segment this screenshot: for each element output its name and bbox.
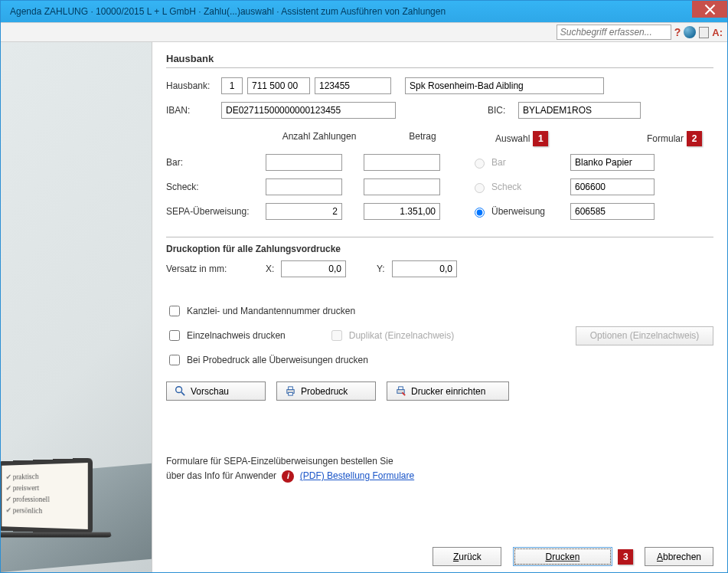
cancel-button[interactable]: Abbrechen <box>645 547 713 566</box>
row-sepa-label: SEPA-Überweisung: <box>166 206 266 217</box>
chk-probedruck-alle-label: Bei Probedruck alle Überweisungen drucke… <box>187 355 368 365</box>
bar-betrag-field[interactable] <box>364 154 440 171</box>
titlebar: Agenda ZAHLUNG · 10000/2015 L + L GmbH ·… <box>1 1 727 22</box>
close-icon <box>704 4 716 15</box>
svg-rect-3 <box>289 387 293 390</box>
badge-1: 1 <box>533 131 548 146</box>
probedruck-button[interactable]: Probedruck <box>276 381 376 401</box>
app-window: Agenda ZAHLUNG · 10000/2015 L + L GmbH ·… <box>0 0 728 573</box>
radio-scheck: Scheck <box>471 181 570 193</box>
order-info: Formulare für SEPA-Einzelüberweisungen b… <box>166 454 713 483</box>
svg-line-1 <box>181 392 184 395</box>
laptop-image: praktisch preiswert professionell persön… <box>1 460 112 542</box>
versatz-x-field[interactable] <box>281 260 346 277</box>
toolbar: ? A: <box>1 22 727 42</box>
print-button[interactable]: Drucken <box>513 547 612 566</box>
info-icon: i <box>282 470 294 483</box>
radio-ueberweisung-input[interactable] <box>475 208 485 218</box>
drucker-einrichten-button[interactable]: Drucker einrichten <box>387 381 509 401</box>
scheck-betrag-field[interactable] <box>364 178 440 195</box>
bar-anzahl-field[interactable] <box>266 154 342 171</box>
chk-probedruck-alle[interactable] <box>169 355 180 365</box>
badge-3: 3 <box>618 549 633 565</box>
badge-2: 2 <box>687 131 702 146</box>
sepa-betrag-field[interactable] <box>364 203 440 220</box>
bic-label: BIC: <box>488 105 518 116</box>
versatz-label: Versatz in mm: <box>166 264 266 274</box>
col-anzahl: Anzahl Zahlungen <box>266 131 373 146</box>
chk-duplikat-label: Duplikat (Einzelnachweis) <box>349 330 454 341</box>
svg-rect-4 <box>289 392 293 395</box>
chk-kanzlei[interactable] <box>169 306 180 316</box>
svg-point-0 <box>176 387 182 393</box>
x-label: X: <box>266 264 281 274</box>
radio-ueberweisung[interactable]: Überweisung <box>471 205 570 218</box>
iban-field <box>221 102 396 119</box>
vorschau-button[interactable]: Vorschau <box>166 381 266 401</box>
hausbank-konto-field[interactable] <box>315 77 391 94</box>
body: praktisch preiswert professionell persön… <box>1 42 727 572</box>
globe-icon[interactable] <box>684 26 696 38</box>
formular-bar-field[interactable] <box>570 154 655 171</box>
window-title: Agenda ZAHLUNG · 10000/2015 L + L GmbH ·… <box>10 6 446 17</box>
optionen-button: Optionen (Einzelnachweis) <box>576 326 713 345</box>
printer-settings-icon <box>395 385 406 397</box>
col-formular: Formular 2 <box>595 131 702 146</box>
svg-rect-6 <box>399 387 403 390</box>
formular-sepa-field[interactable] <box>570 203 655 220</box>
main-panel: Hausbank Hausbank: IBAN: BIC: <box>152 42 727 572</box>
scheck-anzahl-field[interactable] <box>266 178 342 195</box>
y-label: Y: <box>377 264 392 274</box>
magnifier-icon <box>175 385 186 397</box>
radio-bar-input <box>475 159 485 169</box>
chk-duplikat <box>331 330 342 341</box>
section-hausbank-title: Hausbank <box>166 53 713 68</box>
search-input[interactable] <box>557 25 671 40</box>
chk-einzelnachweis[interactable] <box>169 330 180 341</box>
printer-icon <box>285 385 296 397</box>
section-druckoption-title: Druckoption für alle Zahlungsvordrucke <box>166 244 713 254</box>
chk-einzelnachweis-label: Einzelnachweis drucken <box>187 330 286 341</box>
sidebar: praktisch preiswert professionell persön… <box>1 42 152 572</box>
sepa-anzahl-field[interactable] <box>266 203 342 220</box>
close-button[interactable] <box>692 1 727 18</box>
back-button[interactable]: Zurück <box>433 547 501 566</box>
hausbank-name-field <box>405 77 604 94</box>
row-scheck-label: Scheck: <box>166 182 266 192</box>
row-bar-label: Bar: <box>166 157 266 168</box>
col-auswahl: Auswahl 1 <box>495 131 595 146</box>
agenda-icon[interactable]: A: <box>712 27 723 38</box>
hausbank-label: Hausbank: <box>166 80 221 91</box>
pdf-bestellung-link[interactable]: (PDF) Bestellung Formulare <box>300 470 414 481</box>
hausbank-blz-field[interactable] <box>247 77 310 94</box>
radio-scheck-input <box>475 183 485 193</box>
footer-buttons: Zurück Drucken 3 Abbrechen <box>166 542 713 566</box>
calculator-icon[interactable] <box>699 27 709 38</box>
help-icon[interactable]: ? <box>674 26 681 38</box>
formular-scheck-field[interactable] <box>570 178 655 195</box>
radio-bar: Bar <box>471 156 570 169</box>
col-betrag: Betrag <box>373 131 472 146</box>
versatz-y-field[interactable] <box>392 260 457 277</box>
hausbank-num-field[interactable] <box>221 77 243 94</box>
iban-label: IBAN: <box>166 105 221 116</box>
bic-field <box>518 102 641 119</box>
chk-kanzlei-label: Kanzlei- und Mandantennummer drucken <box>187 306 355 316</box>
